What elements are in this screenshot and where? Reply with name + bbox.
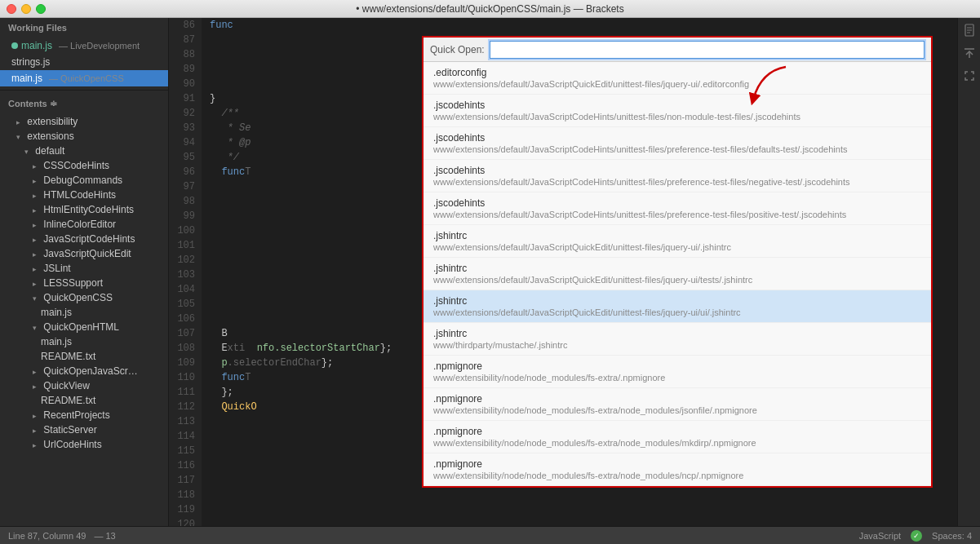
tree-arrow [33,236,41,244]
result-filename: .npmignore [433,426,921,437]
tree-item-urlcodehints[interactable]: UrlCodeHints [0,437,168,452]
tree-item-default[interactable]: default [0,144,168,158]
tree-item-extensibility[interactable]: extensibility [0,114,168,129]
result-filename: .jshintrc [433,328,921,339]
result-item-editorconfig[interactable]: .editorconfig www/extensions/default/Jav… [423,62,931,95]
result-path: www/thirdparty/mustache/.jshintrc [433,340,921,350]
result-item-npmignore-3[interactable]: .npmignore www/extensibility/node/node_m… [423,421,931,453]
tree-item-javascriptcodehints[interactable]: JavaScriptCodeHints [0,232,168,246]
result-filename: .npmignore [433,360,921,372]
result-filename: .jscodehints [433,165,921,176]
sidebar-file-main-quickopencss[interactable]: main.js — QuickOpenCSS [0,70,168,86]
result-item-npmignore-2[interactable]: .npmignore www/extensibility/node/node_m… [423,388,931,421]
tree-arrow [33,368,41,376]
tree-arrow [33,206,41,215]
right-sidebar [957,18,980,526]
result-path: www/extensibility/node/node_modules/fs-e… [433,438,921,448]
sidebar-filename: strings.js [11,56,50,68]
tree-item-staticserver[interactable]: StaticServer [0,422,168,437]
quick-open-container: Quick Open: .editorconfig www/extensions… [422,36,933,488]
tree-arrow [33,427,41,435]
quick-open-label: Quick Open: [430,44,485,55]
result-item-jshintrc-1[interactable]: .jshintrc www/extensions/default/JavaScr… [423,225,931,258]
language-label[interactable]: JavaScript [859,531,901,541]
result-path: www/extensions/default/JavaScriptCodeHin… [433,144,921,154]
sidebar-filename: main.js [11,73,42,84]
tree-arrow [33,294,41,303]
status-bar: Line 87, Column 49 — 13 JavaScript ✓ Spa… [0,526,980,544]
result-item-jshintrc-2[interactable]: .jshintrc www/extensions/default/JavaScr… [423,258,931,290]
tree-item-main-quickopencss[interactable]: main.js [0,305,168,320]
result-path: www/extensions/default/JavaScriptQuickEd… [433,307,921,317]
code-line [210,517,949,526]
result-filename: .jscodehints [433,132,921,144]
code-line: func [210,18,949,33]
tree-arrow [33,412,41,420]
tree-item-lesssupport[interactable]: LESSSupport [0,276,168,290]
tree-arrow [33,280,41,288]
tree-item-htmlcodehints[interactable]: HTMLCodeHints [0,188,168,202]
result-path: www/extensions/default/JavaScriptQuickEd… [433,242,921,252]
result-item-jscodehints-2[interactable]: .jscodehints www/extensions/default/Java… [423,127,931,160]
tree-item-quickopenjavascript[interactable]: QuickOpenJavaScr… [0,364,168,378]
code-line [210,502,949,517]
tree-item-main-quickopenhtml[interactable]: main.js [0,334,168,349]
tree-item-debugcommands[interactable]: DebugCommands [0,173,168,188]
traffic-lights [7,4,46,14]
tree-item-javascriptquickedit[interactable]: JavaScriptQuickEdit [0,246,168,261]
result-filename: .jscodehints [433,100,921,111]
status-check-icon: ✓ [911,530,922,542]
tree-arrow [33,383,41,391]
result-item-jscodehints-3[interactable]: .jscodehints www/extensions/default/Java… [423,160,931,192]
status-extra: — 13 [94,531,115,541]
tree-arrow [24,148,33,156]
result-filename: .jshintrc [433,295,921,307]
file-icon[interactable] [960,21,978,39]
tree-arrow [33,162,41,170]
spaces-label[interactable]: Spaces: 4 [932,531,972,541]
tree-item-readme-txt[interactable]: README.txt [0,393,168,408]
cursor-position: Line 87, Column 49 [8,531,86,541]
sidebar-file-main-livedevelopment[interactable]: main.js — LiveDevelopment [0,38,168,54]
tree-item-quickopenhtml[interactable]: QuickOpenHTML [0,320,168,334]
tree-arrow [33,250,41,259]
tree-item-inlinecoloreditor[interactable]: InlineColorEditor [0,217,168,232]
status-right: JavaScript ✓ Spaces: 4 [859,530,972,542]
result-item-jshintrc-4[interactable]: .jshintrc www/thirdparty/mustache/.jshin… [423,323,931,356]
result-filename: .jshintrc [433,263,921,274]
upload-icon[interactable] [960,44,978,62]
result-path: www/extensibility/node/node_modules/fs-e… [433,373,921,383]
result-item-jshintrc-3[interactable]: .jshintrc www/extensions/default/JavaScr… [423,290,931,323]
tree-item-quickopencss[interactable]: QuickOpenCSS [0,290,168,305]
tree-item-htmlentitycodehints[interactable]: HtmlEntityCodeHints [0,202,168,217]
result-path: www/extensions/default/JavaScriptQuickEd… [433,275,921,285]
result-filename: .npmignore [433,458,921,470]
quick-open-results[interactable]: .editorconfig www/extensions/default/Jav… [423,62,931,486]
quick-open-input[interactable] [490,41,925,59]
sidebar: Working Files main.js — LiveDevelopment … [0,18,169,526]
close-button[interactable] [7,4,16,14]
tree-item-recentprojects[interactable]: RecentProjects [0,408,168,422]
result-path: www/extensibility/node/node_modules/fs-e… [433,471,921,480]
tree-item-jslint[interactable]: JSLint [0,261,168,276]
tree-arrow [16,118,24,126]
tree-arrow [33,441,41,449]
result-item-jscodehints-1[interactable]: .jscodehints www/extensions/default/Java… [423,95,931,127]
sidebar-file-strings[interactable]: strings.js [0,54,168,70]
result-path: www/extensions/default/JavaScriptQuickEd… [433,79,921,89]
tree-item-csscodehints[interactable]: CSSCodeHints [0,158,168,173]
result-item-jscodehints-4[interactable]: .jscodehints www/extensions/default/Java… [423,192,931,225]
maximize-button[interactable] [36,4,46,14]
code-line [210,488,949,502]
minimize-button[interactable] [21,4,31,14]
main-layout: Working Files main.js — LiveDevelopment … [0,18,980,526]
tree-item-extensions[interactable]: extensions [0,129,168,144]
working-files-header: Working Files [0,18,168,38]
tree-item-quickview[interactable]: QuickView [0,378,168,393]
result-item-npmignore-4[interactable]: .npmignore www/extensibility/node/node_m… [423,453,931,486]
tree-arrow [33,177,41,185]
title-bar: • www/extensions/default/QuickOpenCSS/ma… [0,0,980,18]
result-item-npmignore-1[interactable]: .npmignore www/extensibility/node/node_m… [423,356,931,388]
tree-item-readme-quickopenhtml[interactable]: README.txt [0,349,168,364]
expand-icon[interactable] [960,67,978,85]
